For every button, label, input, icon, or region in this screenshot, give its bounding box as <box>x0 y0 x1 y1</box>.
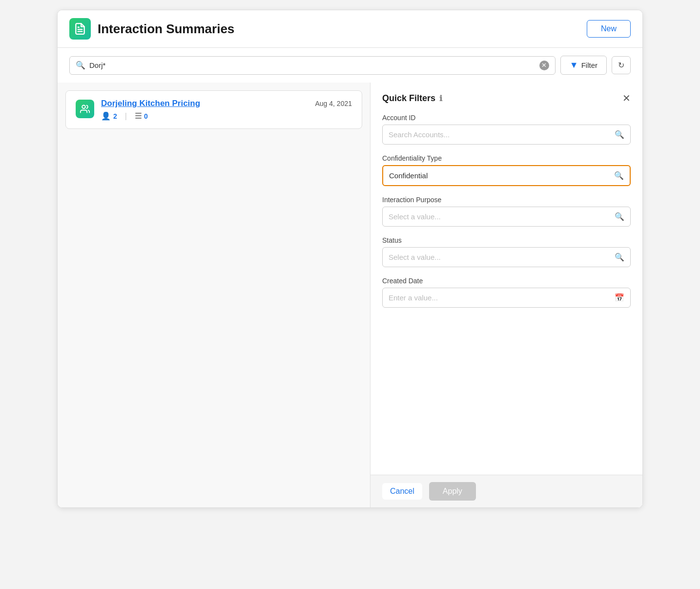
svg-point-2 <box>82 105 85 109</box>
filters-title-text: Quick Filters <box>382 93 435 104</box>
status-field: Status 🔍 <box>382 236 631 267</box>
app-container: Interaction Summaries New 🔍 ✕ ▼ Filter ↻ <box>57 10 643 508</box>
page-title: Interaction Summaries <box>98 21 234 37</box>
header-left: Interaction Summaries <box>69 18 234 40</box>
person-icon: 👤 <box>101 111 111 121</box>
apply-button[interactable]: Apply <box>429 482 476 501</box>
close-filters-button[interactable]: ✕ <box>622 92 631 104</box>
quick-filters-panel: Quick Filters ℹ ✕ Account ID 🔍 Confident… <box>370 83 642 507</box>
status-search-icon: 🔍 <box>615 252 624 262</box>
created-date-input[interactable] <box>389 294 611 302</box>
tasks-icon: ☰ <box>135 111 142 121</box>
confidentiality-search-icon: 🔍 <box>614 171 624 180</box>
account-id-field: Account ID 🔍 <box>382 114 631 145</box>
record-title[interactable]: Dorjeling Kitchen Pricing <box>101 99 200 108</box>
confidentiality-type-input-wrap: 🔍 <box>382 165 631 186</box>
account-id-label: Account ID <box>382 114 631 122</box>
main-content: Dorjeling Kitchen Pricing Aug 4, 2021 👤 … <box>58 83 642 507</box>
tasks-number: 0 <box>144 112 148 120</box>
search-input[interactable] <box>89 61 535 69</box>
new-button[interactable]: New <box>587 20 631 38</box>
status-input-wrap: 🔍 <box>382 247 631 267</box>
tasks-count: ☰ 0 <box>135 111 148 121</box>
filter-button[interactable]: ▼ Filter <box>560 56 607 75</box>
calendar-icon: 📅 <box>615 293 624 302</box>
filters-header: Quick Filters ℹ ✕ <box>382 92 631 104</box>
status-label: Status <box>382 236 631 244</box>
meta-divider: | <box>125 112 127 121</box>
people-number: 2 <box>113 112 117 120</box>
created-date-field: Created Date 📅 <box>382 277 631 308</box>
card-meta: 👤 2 | ☰ 0 <box>101 111 352 121</box>
search-bar-row: 🔍 ✕ ▼ Filter ↻ <box>58 48 642 83</box>
table-row: Dorjeling Kitchen Pricing Aug 4, 2021 👤 … <box>65 90 362 129</box>
refresh-button[interactable]: ↻ <box>612 56 631 74</box>
created-date-input-wrap: 📅 <box>382 288 631 308</box>
list-panel: Dorjeling Kitchen Pricing Aug 4, 2021 👤 … <box>58 83 370 507</box>
record-date: Aug 4, 2021 <box>315 100 352 107</box>
filter-icon: ▼ <box>570 60 578 70</box>
confidentiality-type-field: Confidentiality Type 🔍 <box>382 154 631 186</box>
filters-footer: Cancel Apply <box>371 475 642 507</box>
account-id-input-wrap: 🔍 <box>382 125 631 145</box>
search-icon: 🔍 <box>76 61 85 70</box>
interaction-purpose-label: Interaction Purpose <box>382 196 631 204</box>
search-input-wrap: 🔍 ✕ <box>69 56 556 75</box>
account-search-icon: 🔍 <box>615 130 624 139</box>
account-id-input[interactable] <box>389 130 611 139</box>
interaction-purpose-input-wrap: 🔍 <box>382 207 631 227</box>
interaction-purpose-field: Interaction Purpose 🔍 <box>382 196 631 227</box>
cancel-button[interactable]: Cancel <box>382 483 422 500</box>
header: Interaction Summaries New <box>58 10 642 48</box>
status-input[interactable] <box>389 253 611 261</box>
card-title-row: Dorjeling Kitchen Pricing Aug 4, 2021 <box>101 99 352 108</box>
card-body: Dorjeling Kitchen Pricing Aug 4, 2021 👤 … <box>101 99 352 121</box>
app-icon <box>69 18 91 40</box>
filter-label: Filter <box>581 61 597 69</box>
interaction-purpose-search-icon: 🔍 <box>615 212 624 221</box>
record-icon <box>76 100 94 118</box>
people-count: 👤 2 <box>101 111 117 121</box>
created-date-label: Created Date <box>382 277 631 285</box>
interaction-purpose-input[interactable] <box>389 212 611 221</box>
confidentiality-type-label: Confidentiality Type <box>382 154 631 162</box>
clear-search-button[interactable]: ✕ <box>539 61 549 70</box>
filters-title: Quick Filters ℹ <box>382 93 442 104</box>
confidentiality-type-input[interactable] <box>389 171 610 180</box>
info-icon: ℹ <box>439 94 442 103</box>
